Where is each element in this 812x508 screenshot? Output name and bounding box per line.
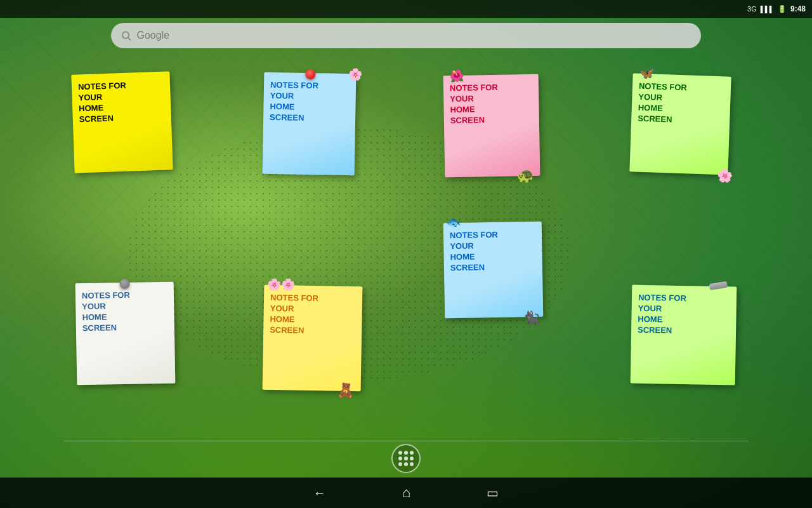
dot <box>404 451 408 455</box>
flower-sticker: 🌸 <box>348 67 362 83</box>
dots-grid <box>398 451 414 466</box>
back-button[interactable]: ← <box>313 486 326 500</box>
sticky-note-7[interactable]: 🐟 NOTES FOR YOUR HOME SCREEN 🐈‍⬛ <box>443 222 544 319</box>
bottom-nav-bar: ← ⌂ ▭ <box>0 478 812 508</box>
battery-icon: 🔋 <box>778 5 787 13</box>
bear-sticker: 🧸 <box>337 382 354 400</box>
svg-line-1 <box>128 37 131 40</box>
sticky-note-5[interactable]: NOTES FOR YOUR HOME SCREEN <box>75 282 176 385</box>
clock: 9:48 <box>790 4 806 13</box>
wifi-bars: ▌▌▌ <box>761 6 774 13</box>
butterfly-sticker: 🦋 <box>639 66 653 81</box>
status-icons: 3G ▌▌▌ 🔋 9:48 <box>747 4 806 13</box>
sticky-note-6[interactable]: 🌸🌸 NOTES FOR YOUR HOME SCREEN 🧸 <box>263 285 363 392</box>
dot <box>404 457 408 460</box>
dot <box>410 457 414 460</box>
search-bar[interactable] <box>111 23 701 48</box>
search-input[interactable] <box>136 30 691 41</box>
dot <box>410 451 414 455</box>
svg-point-0 <box>122 32 129 38</box>
signal-icon: 3G <box>747 5 757 13</box>
divider <box>63 441 749 441</box>
turtle-sticker: 🐢 <box>516 167 534 185</box>
flower2-sticker: 🌸 <box>717 167 733 184</box>
hibiscus-sticker: 🌺 <box>449 69 463 84</box>
dot <box>398 451 402 455</box>
pin-red <box>305 69 315 79</box>
cat-sticker: 🐈‍⬛ <box>523 310 540 328</box>
sticky-note-3[interactable]: 🌺 NOTES FOR YOUR HOME SCREEN 🐢 <box>443 74 540 178</box>
dot <box>410 462 414 466</box>
flowers-sticker: 🌸🌸 <box>267 277 295 293</box>
dot <box>398 457 402 460</box>
recents-button[interactable]: ▭ <box>487 485 499 500</box>
sticky-note-1[interactable]: NOTES FOR YOUR HOME SCREEN <box>71 71 173 173</box>
dot <box>398 462 402 466</box>
sticky-note-8[interactable]: NOTES FOR YOUR HOME SCREEN <box>631 285 737 385</box>
sticky-note-2[interactable]: NOTES FOR YOUR HOME SCREEN 🌸 <box>263 72 357 176</box>
home-button[interactable]: ⌂ <box>402 485 410 501</box>
pin-gray <box>119 279 129 289</box>
sticky-note-4[interactable]: 🦋 NOTES FOR YOUR HOME SCREEN 🌸 <box>629 73 731 175</box>
dot <box>404 462 408 466</box>
fish-sticker: 🐟 <box>446 215 460 231</box>
status-bar: 3G ▌▌▌ 🔋 9:48 <box>0 0 812 18</box>
app-drawer-button[interactable] <box>391 444 421 473</box>
search-icon <box>121 30 131 41</box>
